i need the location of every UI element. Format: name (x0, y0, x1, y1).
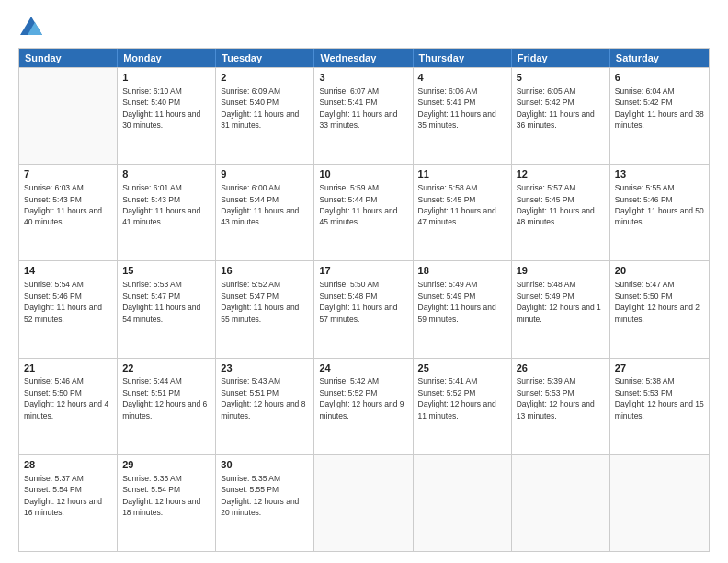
cal-cell: 24Sunrise: 5:42 AMSunset: 5:52 PMDayligh… (314, 359, 413, 454)
cell-info: Sunrise: 5:42 AMSunset: 5:52 PMDaylight:… (319, 376, 404, 419)
cal-cell: 7Sunrise: 6:03 AMSunset: 5:43 PMDaylight… (19, 165, 118, 260)
logo (18, 15, 48, 40)
day-number: 10 (319, 167, 407, 181)
cell-info: Sunrise: 5:38 AMSunset: 5:53 PMDaylight:… (615, 376, 704, 419)
day-number: 28 (24, 458, 112, 472)
day-number: 2 (221, 71, 309, 85)
cell-info: Sunrise: 5:55 AMSunset: 5:46 PMDaylight:… (615, 183, 704, 226)
day-number: 23 (221, 362, 309, 375)
cal-cell: 25Sunrise: 5:41 AMSunset: 5:52 PMDayligh… (414, 359, 512, 454)
cell-info: Sunrise: 5:48 AMSunset: 5:49 PMDaylight:… (517, 280, 601, 323)
day-number: 21 (24, 362, 112, 375)
day-number: 13 (615, 167, 704, 181)
day-number: 17 (319, 264, 407, 278)
cal-cell: 2Sunrise: 6:09 AMSunset: 5:40 PMDaylight… (216, 68, 314, 164)
cal-cell: 5Sunrise: 6:05 AMSunset: 5:42 PMDaylight… (512, 68, 610, 164)
cal-cell (414, 455, 512, 551)
cal-cell: 14Sunrise: 5:54 AMSunset: 5:46 PMDayligh… (19, 261, 118, 357)
cal-cell: 26Sunrise: 5:39 AMSunset: 5:53 PMDayligh… (512, 359, 610, 454)
cal-cell: 28Sunrise: 5:37 AMSunset: 5:54 PMDayligh… (19, 455, 118, 551)
header-day-wednesday: Wednesday (314, 49, 413, 67)
cal-cell: 9Sunrise: 6:00 AMSunset: 5:44 PMDaylight… (216, 165, 314, 260)
day-number: 9 (221, 167, 309, 181)
cal-cell: 10Sunrise: 5:59 AMSunset: 5:44 PMDayligh… (314, 165, 413, 260)
cell-info: Sunrise: 5:35 AMSunset: 5:55 PMDaylight:… (221, 474, 299, 517)
cell-info: Sunrise: 6:03 AMSunset: 5:43 PMDaylight:… (24, 183, 102, 226)
header-day-sunday: Sunday (19, 49, 118, 67)
cal-cell: 4Sunrise: 6:06 AMSunset: 5:41 PMDaylight… (414, 68, 512, 164)
cell-info: Sunrise: 5:49 AMSunset: 5:49 PMDaylight:… (418, 280, 496, 323)
cell-info: Sunrise: 6:10 AMSunset: 5:40 PMDaylight:… (122, 86, 200, 130)
cell-info: Sunrise: 5:46 AMSunset: 5:50 PMDaylight:… (24, 376, 108, 419)
cal-row-2: 14Sunrise: 5:54 AMSunset: 5:46 PMDayligh… (19, 260, 709, 357)
header-day-friday: Friday (512, 49, 610, 67)
day-number: 24 (319, 362, 407, 375)
day-number: 12 (517, 167, 605, 181)
page: SundayMondayTuesdayWednesdayThursdayFrid… (0, 0, 728, 563)
cal-row-3: 21Sunrise: 5:46 AMSunset: 5:50 PMDayligh… (19, 358, 709, 454)
day-number: 18 (418, 264, 506, 278)
day-number: 15 (122, 264, 210, 278)
cal-cell: 20Sunrise: 5:47 AMSunset: 5:50 PMDayligh… (610, 261, 709, 357)
cell-info: Sunrise: 5:50 AMSunset: 5:48 PMDaylight:… (319, 280, 397, 323)
header-day-thursday: Thursday (414, 49, 512, 67)
cell-info: Sunrise: 6:06 AMSunset: 5:41 PMDaylight:… (418, 86, 496, 130)
cal-cell: 30Sunrise: 5:35 AMSunset: 5:55 PMDayligh… (216, 455, 314, 551)
cell-info: Sunrise: 5:57 AMSunset: 5:45 PMDaylight:… (517, 183, 595, 226)
cell-info: Sunrise: 5:47 AMSunset: 5:50 PMDaylight:… (615, 280, 700, 323)
day-number: 19 (517, 264, 605, 278)
cal-cell: 21Sunrise: 5:46 AMSunset: 5:50 PMDayligh… (19, 359, 118, 454)
day-number: 1 (122, 71, 210, 85)
calendar: SundayMondayTuesdayWednesdayThursdayFrid… (18, 48, 710, 552)
day-number: 8 (122, 167, 210, 181)
cal-cell: 27Sunrise: 5:38 AMSunset: 5:53 PMDayligh… (610, 359, 709, 454)
cell-info: Sunrise: 5:36 AMSunset: 5:54 PMDaylight:… (122, 474, 200, 517)
day-number: 16 (221, 264, 309, 278)
day-number: 20 (615, 264, 704, 278)
cell-info: Sunrise: 5:53 AMSunset: 5:47 PMDaylight:… (122, 280, 200, 323)
cal-cell (610, 455, 709, 551)
cal-cell: 1Sunrise: 6:10 AMSunset: 5:40 PMDaylight… (118, 68, 216, 164)
cal-cell (314, 455, 413, 551)
day-number: 7 (24, 167, 112, 181)
cal-cell: 17Sunrise: 5:50 AMSunset: 5:48 PMDayligh… (314, 261, 413, 357)
cal-cell: 3Sunrise: 6:07 AMSunset: 5:41 PMDaylight… (314, 68, 413, 164)
day-number: 30 (221, 458, 309, 472)
cell-info: Sunrise: 5:37 AMSunset: 5:54 PMDaylight:… (24, 474, 102, 517)
cal-cell: 23Sunrise: 5:43 AMSunset: 5:51 PMDayligh… (216, 359, 314, 454)
cal-row-1: 7Sunrise: 6:03 AMSunset: 5:43 PMDaylight… (19, 164, 709, 260)
cal-cell: 16Sunrise: 5:52 AMSunset: 5:47 PMDayligh… (216, 261, 314, 357)
cal-cell: 29Sunrise: 5:36 AMSunset: 5:54 PMDayligh… (118, 455, 216, 551)
cal-cell: 13Sunrise: 5:55 AMSunset: 5:46 PMDayligh… (610, 165, 709, 260)
day-number: 6 (615, 71, 704, 85)
day-number: 22 (122, 362, 210, 375)
cell-info: Sunrise: 5:54 AMSunset: 5:46 PMDaylight:… (24, 280, 102, 323)
cell-info: Sunrise: 5:52 AMSunset: 5:47 PMDaylight:… (221, 280, 299, 323)
day-number: 4 (418, 71, 506, 85)
day-number: 14 (24, 264, 112, 278)
cell-info: Sunrise: 6:05 AMSunset: 5:42 PMDaylight:… (517, 86, 595, 130)
day-number: 26 (517, 362, 605, 375)
day-number: 27 (615, 362, 704, 375)
calendar-header: SundayMondayTuesdayWednesdayThursdayFrid… (19, 49, 709, 67)
header (18, 15, 710, 40)
cell-info: Sunrise: 5:44 AMSunset: 5:51 PMDaylight:… (122, 376, 207, 419)
day-number: 5 (517, 71, 605, 85)
cell-info: Sunrise: 5:39 AMSunset: 5:53 PMDaylight:… (517, 376, 595, 419)
cal-cell: 8Sunrise: 6:01 AMSunset: 5:43 PMDaylight… (118, 165, 216, 260)
day-number: 11 (418, 167, 506, 181)
cell-info: Sunrise: 5:41 AMSunset: 5:52 PMDaylight:… (418, 376, 496, 419)
cell-info: Sunrise: 6:04 AMSunset: 5:42 PMDaylight:… (615, 86, 704, 130)
header-day-saturday: Saturday (610, 49, 709, 67)
cal-cell: 18Sunrise: 5:49 AMSunset: 5:49 PMDayligh… (414, 261, 512, 357)
cal-cell: 15Sunrise: 5:53 AMSunset: 5:47 PMDayligh… (118, 261, 216, 357)
cell-info: Sunrise: 6:09 AMSunset: 5:40 PMDaylight:… (221, 86, 299, 130)
cal-cell: 22Sunrise: 5:44 AMSunset: 5:51 PMDayligh… (118, 359, 216, 454)
cal-cell: 19Sunrise: 5:48 AMSunset: 5:49 PMDayligh… (512, 261, 610, 357)
day-number: 25 (418, 362, 506, 375)
cal-cell: 11Sunrise: 5:58 AMSunset: 5:45 PMDayligh… (414, 165, 512, 260)
cal-cell: 6Sunrise: 6:04 AMSunset: 5:42 PMDaylight… (610, 68, 709, 164)
cell-info: Sunrise: 5:59 AMSunset: 5:44 PMDaylight:… (319, 183, 397, 226)
header-day-monday: Monday (118, 49, 216, 67)
cell-info: Sunrise: 6:07 AMSunset: 5:41 PMDaylight:… (319, 86, 397, 130)
